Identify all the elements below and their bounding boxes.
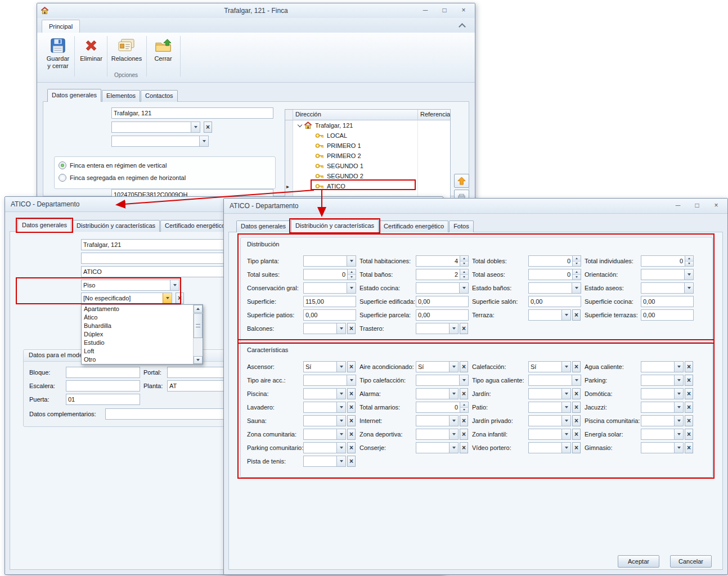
pista-de-tenis-clear-button[interactable]: × [347,456,356,467]
subtipo-clear-button[interactable]: × [176,292,184,304]
dropdown-arrow-icon[interactable] [336,416,345,426]
balcones-clear-button[interactable]: × [347,323,356,334]
tipo-planta-dropdown[interactable] [303,255,356,267]
collapse-ribbon-icon[interactable] [459,23,466,30]
conserje-dropdown[interactable] [416,442,459,453]
dropdown-arrow-icon[interactable] [336,323,345,334]
tree-node-segundo-2[interactable]: SEGUNDO 2 [293,171,450,181]
dropdown-arrow-icon[interactable] [561,443,570,453]
spin-up-icon[interactable] [460,256,468,261]
piscina-clear-button[interactable]: × [347,388,356,399]
estado-aseos-dropdown[interactable] [641,282,694,294]
tab-certificado-energetico[interactable]: Certificado energético [160,220,230,232]
dropdown-arrow-icon[interactable] [572,283,581,293]
superficie-cocina-input[interactable]: 0,00 [641,296,694,307]
dropdown-arrow-icon[interactable] [449,362,458,372]
parking-clear-button[interactable]: × [685,375,693,386]
subtipo-dropdown[interactable]: [No especificado] [81,292,172,304]
dropdown-arrow-icon[interactable] [449,443,458,453]
domotica-dropdown[interactable] [641,388,684,399]
maximize-button[interactable]: □ [439,6,450,16]
spin-up-icon[interactable] [348,269,356,274]
zona-clear-button[interactable]: × [204,122,212,133]
tab-distribucion-y-caracteristicas[interactable]: Distribución y características [72,220,160,232]
internet-dropdown[interactable] [416,415,459,426]
internet-clear-button[interactable]: × [460,415,468,426]
video-portero-clear-button[interactable]: × [572,442,581,453]
radio-finca-vertical[interactable]: Finca entera en régimen de vertical [59,161,167,169]
dropdown-arrow-icon[interactable] [347,283,356,293]
radio-finca-horizontal[interactable]: Finca segregada en regimen de horizontal [59,174,186,182]
move-up-button[interactable] [454,174,469,188]
terraza-clear-button[interactable]: × [572,309,581,321]
tree-node-root[interactable]: Trafalgar, 121 [293,120,450,130]
scroll-down-icon[interactable] [194,356,203,364]
ascensor-clear-button[interactable]: × [347,361,356,372]
dropdown-arrow-icon[interactable] [199,136,208,146]
dropdown-arrow-icon[interactable] [459,283,468,293]
spin-down-icon[interactable] [460,261,468,267]
zona-deportiva-dropdown[interactable] [416,429,459,440]
spin-down-icon[interactable] [460,274,468,280]
dropdown-arrow-icon[interactable] [449,323,458,334]
dropdown-arrow-icon[interactable] [191,122,200,132]
scrollbar-thumb[interactable] [194,313,203,338]
tree-node-segundo-1[interactable]: SEGUNDO 1 [293,161,450,171]
total-habitaciones-spinner[interactable]: 4 [416,255,469,267]
aceptar-button[interactable]: Aceptar [618,555,659,568]
jardin-privado-dropdown[interactable] [528,415,571,426]
scrollbar[interactable] [193,305,203,364]
agua-caliente-clear-button[interactable]: × [685,361,693,372]
tab-certificado-energetico[interactable]: Certificado energético [379,220,448,232]
dropdown-arrow-icon[interactable] [336,362,345,372]
conservacion-gral-dropdown[interactable] [303,282,356,294]
close-button[interactable]: × [458,6,469,16]
calefaccion-dropdown[interactable]: Sí [528,361,571,372]
puerta-input[interactable]: 01 [66,394,140,405]
radio-unselected-icon[interactable] [59,174,66,182]
piscina-dropdown[interactable] [303,388,346,399]
terraza-dropdown[interactable] [528,309,571,321]
balcones-dropdown[interactable] [303,323,346,334]
dropdown-arrow-icon[interactable] [684,283,693,293]
dropdown-arrow-icon[interactable] [347,256,356,266]
escalera-modelo-input[interactable] [66,380,140,392]
nombre-input[interactable]: Trafalgar, 121 [111,107,273,119]
dropdown-arrow-icon[interactable] [347,375,356,385]
dropdown-arrow-icon[interactable] [674,389,683,399]
patio-dropdown[interactable] [528,402,571,413]
sauna-clear-button[interactable]: × [347,415,356,426]
option-buhardilla[interactable]: Buhardilla [82,322,194,330]
lavadero-clear-button[interactable]: × [347,402,356,413]
tipo-agua-caliente-dropdown[interactable] [528,375,581,386]
dropdown-arrow-icon[interactable] [336,456,345,466]
dropdown-arrow-icon[interactable] [449,389,458,399]
tipo-calefaccion-dropdown[interactable] [416,375,469,386]
dropdown-arrow-icon[interactable] [561,310,570,320]
estado-cocina-dropdown[interactable] [416,282,469,294]
total-armarios-spinner[interactable]: 0 [416,402,469,413]
patio-clear-button[interactable]: × [572,402,581,413]
total-dobles-spinner[interactable]: 0 [528,255,581,267]
energia-solar-clear-button[interactable]: × [685,429,693,440]
alarma-dropdown[interactable] [416,388,459,399]
jacuzzi-clear-button[interactable]: × [685,402,693,413]
aire-acondicionado-clear-button[interactable]: × [460,361,468,372]
tab-datos-generales[interactable]: Datos generales [17,219,71,232]
dropdown-arrow-icon[interactable] [674,375,683,385]
superficie-patios-input[interactable]: 0,00 [303,309,356,321]
radio-selected-icon[interactable] [59,161,66,169]
construccion-dropdown[interactable] [111,136,209,147]
sauna-dropdown[interactable] [303,415,346,426]
spin-down-icon[interactable] [685,261,693,267]
maximize-button[interactable]: □ [691,201,703,211]
spin-down-icon[interactable] [348,274,356,280]
jardin-clear-button[interactable]: × [572,388,581,399]
spin-up-icon[interactable] [573,269,581,274]
dropdown-arrow-icon[interactable] [561,362,570,372]
superficie-salon-input[interactable]: 0,00 [528,296,581,307]
dropdown-arrow-icon[interactable] [674,362,683,372]
tab-elementos[interactable]: Elementos [102,90,140,102]
dropdown-arrow-icon[interactable] [336,443,345,453]
total-banos-spinner[interactable]: 2 [416,269,469,280]
